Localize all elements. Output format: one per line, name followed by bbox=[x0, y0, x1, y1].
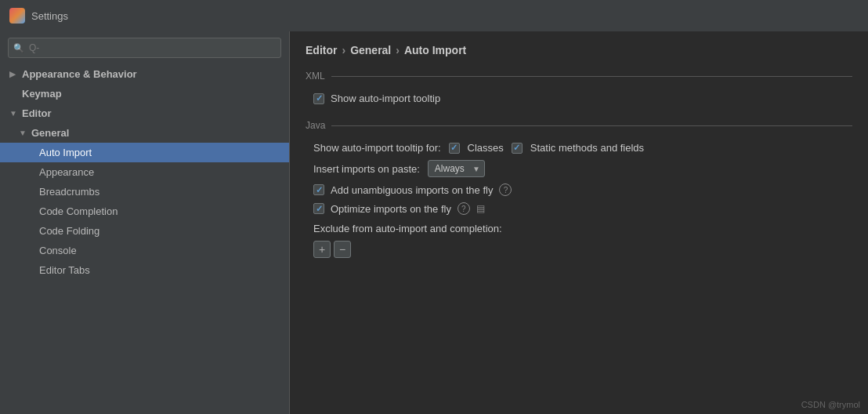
sidebar-item-appearance[interactable]: Appearance bbox=[0, 162, 289, 182]
add-unambiguous-checkbox[interactable] bbox=[313, 184, 324, 195]
search-input[interactable] bbox=[8, 38, 281, 58]
sidebar-item-code-completion[interactable]: Code Completion bbox=[0, 202, 289, 221]
sidebar-item-label: Code Completion bbox=[39, 205, 118, 217]
add-unambiguous-help-icon[interactable]: ? bbox=[499, 183, 512, 196]
xml-tooltip-label: Show auto-import tooltip bbox=[331, 93, 440, 104]
app-icon bbox=[9, 8, 25, 24]
classes-label: Classes bbox=[468, 142, 504, 154]
breadcrumb-part2: General bbox=[350, 44, 391, 56]
add-remove-row: + − bbox=[306, 241, 852, 258]
breadcrumb-part1: Editor bbox=[306, 44, 337, 56]
sidebar-item-label: Auto Import bbox=[39, 147, 92, 158]
exclude-label: Exclude from auto-import and completion: bbox=[306, 218, 852, 234]
sidebar: 🔍 ▶ Appearance & Behavior Keymap ▼ Edito… bbox=[0, 31, 290, 414]
sidebar-item-label: Editor Tabs bbox=[39, 264, 90, 276]
search-icon: 🔍 bbox=[13, 43, 24, 53]
breadcrumb: Editor › General › Auto Import bbox=[306, 44, 852, 56]
title-bar: Settings bbox=[0, 0, 868, 31]
java-tooltip-for-label: Show auto-import tooltip for: bbox=[313, 142, 441, 154]
sidebar-item-appearance-behavior[interactable]: ▶ Appearance & Behavior bbox=[0, 64, 289, 84]
xml-section-label: XML bbox=[306, 71, 852, 82]
sidebar-item-label: Appearance bbox=[39, 166, 94, 178]
xml-section: XML Show auto-import tooltip bbox=[306, 71, 852, 107]
sidebar-item-keymap[interactable]: Keymap bbox=[0, 84, 289, 104]
sidebar-item-label: Console bbox=[39, 245, 77, 256]
static-methods-label: Static methods and fields bbox=[530, 142, 644, 154]
optimize-imports-checkbox[interactable] bbox=[313, 203, 324, 214]
sidebar-tree: ▶ Appearance & Behavior Keymap ▼ Editor … bbox=[0, 64, 289, 414]
sidebar-item-label: General bbox=[31, 127, 69, 139]
insert-on-paste-label: Insert imports on paste: bbox=[313, 163, 420, 175]
java-section: Java Show auto-import tooltip for: Class… bbox=[306, 120, 852, 258]
breadcrumb-part3: Auto Import bbox=[404, 44, 466, 56]
sidebar-item-editor[interactable]: ▼ Editor bbox=[0, 104, 289, 123]
search-box[interactable]: 🔍 bbox=[8, 38, 281, 58]
xml-tooltip-row: Show auto-import tooltip bbox=[306, 89, 852, 107]
add-unambiguous-row: Add unambiguous imports on the fly ? bbox=[306, 180, 852, 199]
content-panel: Editor › General › Auto Import XML Show … bbox=[290, 31, 868, 414]
sidebar-item-label: Appearance & Behavior bbox=[22, 68, 137, 80]
breadcrumb-sep2: › bbox=[396, 44, 400, 56]
watermark: CSDN @trymol bbox=[801, 400, 860, 409]
breadcrumb-sep1: › bbox=[342, 44, 345, 56]
xml-tooltip-checkbox[interactable] bbox=[313, 93, 324, 104]
sidebar-item-general[interactable]: ▼ General bbox=[0, 123, 289, 143]
insert-on-paste-row: Insert imports on paste: Always Ask Neve… bbox=[306, 157, 852, 180]
sidebar-item-label: Breadcrumbs bbox=[39, 186, 99, 198]
insert-on-paste-select-wrap: Always Ask Never ▼ bbox=[428, 160, 485, 177]
sidebar-item-code-folding[interactable]: Code Folding bbox=[0, 221, 289, 241]
optimize-imports-row: Optimize imports on the fly ? ▤ bbox=[306, 199, 852, 218]
sidebar-item-auto-import[interactable]: Auto Import bbox=[0, 143, 289, 162]
sidebar-item-breadcrumbs[interactable]: Breadcrumbs bbox=[0, 182, 289, 202]
chevron-down-icon: ▼ bbox=[9, 109, 19, 118]
java-section-label: Java bbox=[306, 120, 852, 131]
static-methods-checkbox[interactable] bbox=[512, 143, 523, 154]
add-button[interactable]: + bbox=[313, 241, 331, 258]
optimize-help-icon[interactable]: ? bbox=[458, 202, 470, 215]
classes-checkbox[interactable] bbox=[449, 143, 460, 154]
sidebar-item-console[interactable]: Console bbox=[0, 241, 289, 260]
sidebar-item-label: Code Folding bbox=[39, 225, 99, 237]
remove-button[interactable]: − bbox=[334, 241, 351, 258]
add-unambiguous-label: Add unambiguous imports on the fly bbox=[331, 184, 493, 196]
sidebar-item-editor-tabs[interactable]: Editor Tabs bbox=[0, 260, 289, 280]
java-tooltip-row: Show auto-import tooltip for: Classes St… bbox=[306, 139, 852, 157]
optimize-edit-icon[interactable]: ▤ bbox=[476, 203, 485, 214]
title-bar-text: Settings bbox=[31, 10, 68, 22]
chevron-down-icon: ▼ bbox=[19, 129, 28, 137]
main-layout: 🔍 ▶ Appearance & Behavior Keymap ▼ Edito… bbox=[0, 31, 868, 414]
sidebar-item-label: Editor bbox=[22, 107, 52, 119]
chevron-right-icon: ▶ bbox=[9, 70, 19, 78]
insert-on-paste-select[interactable]: Always Ask Never bbox=[428, 160, 485, 177]
sidebar-item-label: Keymap bbox=[22, 88, 62, 100]
optimize-imports-label: Optimize imports on the fly bbox=[331, 203, 451, 215]
